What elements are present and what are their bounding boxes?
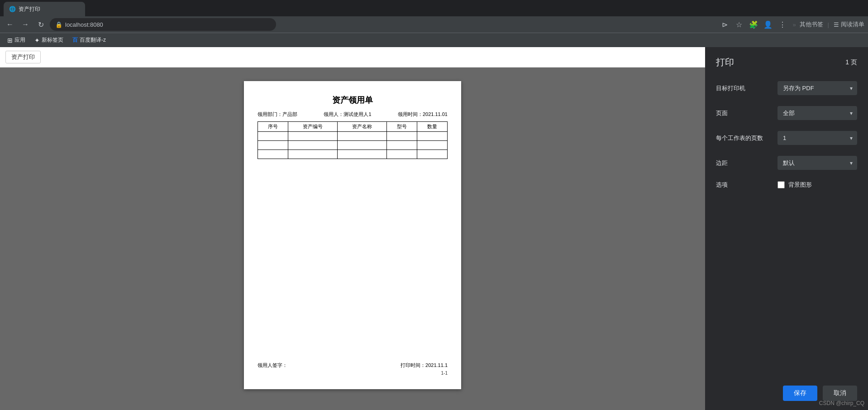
lock-icon: 🔒 <box>55 21 62 28</box>
print-settings-header: 打印 1 页 <box>716 56 857 68</box>
toolbar-divider: | <box>828 21 829 28</box>
bookmark-baidu-label: 百度翻译-z <box>80 36 106 44</box>
table-header-seq: 序号 <box>258 122 288 132</box>
table-header-model: 型号 <box>387 122 417 132</box>
page-count-label: 1 页 <box>845 58 857 67</box>
reload-button[interactable]: ↻ <box>34 18 47 31</box>
sheets-row: 每个工作表的页数 1 2 4 6 9 16 <box>716 131 857 145</box>
background-checkbox[interactable] <box>777 181 785 188</box>
webpage-header: 资产打印 <box>0 47 705 68</box>
options-label: 选项 <box>716 181 770 189</box>
print-settings-panel: 打印 1 页 目标打印机 另存为 PDF 页面 全部 奇数页 <box>705 47 868 410</box>
pages-select-wrapper: 全部 奇数页 偶数页 自定义 <box>777 106 857 120</box>
table-row <box>258 150 448 159</box>
table-header-asset-no: 资产编号 <box>288 122 337 132</box>
footer-print-time: 打印时间：2021.11.1 <box>401 362 448 369</box>
other-bookmarks-label[interactable]: 其他书签 <box>800 20 823 29</box>
bookmark-apps-label: 应用 <box>14 36 25 44</box>
document-paper: 资产领用单 领用部门：产品部 领用人：测试使用人1 领用时间：2021.11.0… <box>244 81 461 389</box>
bookmark-new-tab[interactable]: ✦ 新标签页 <box>31 35 67 45</box>
asset-print-button[interactable]: 资产打印 <box>5 51 41 63</box>
reading-list-label[interactable]: ☰ 阅读清单 <box>834 20 864 29</box>
main-content: 资产打印 资产领用单 领用部门：产品部 领用人：测试使用人1 领用时间：2021… <box>0 47 868 410</box>
cancel-button[interactable]: 取消 <box>823 386 857 401</box>
margins-select-wrapper: 默认 无 最小 自定义 <box>777 156 857 170</box>
doc-time: 领用时间：2021.11.01 <box>398 111 448 118</box>
options-control: 背景图形 <box>777 181 857 189</box>
tab-icon: 🌐 <box>9 6 16 12</box>
sheets-control: 1 2 4 6 9 16 <box>777 131 857 145</box>
doc-user: 领用人：测试使用人1 <box>324 111 371 118</box>
document-meta: 领用部门：产品部 领用人：测试使用人1 领用时间：2021.11.01 <box>258 111 448 118</box>
address-bar[interactable]: 🔒 localhost:8080 <box>50 18 276 31</box>
margins-select[interactable]: 默认 无 最小 自定义 <box>777 156 857 170</box>
printer-row: 目标打印机 另存为 PDF <box>716 81 857 95</box>
margins-label: 边距 <box>716 159 770 167</box>
baidu-icon: 百 <box>72 36 78 44</box>
webpage-area: 资产打印 资产领用单 领用部门：产品部 领用人：测试使用人1 领用时间：2021… <box>0 47 705 410</box>
tab-bar: 🌐 资产打印 <box>0 0 868 16</box>
printer-select[interactable]: 另存为 PDF <box>777 81 857 95</box>
margins-row: 边距 默认 无 最小 自定义 <box>716 156 857 170</box>
bookmark-apps[interactable]: ⊞ 应用 <box>4 35 29 45</box>
forward-button[interactable]: → <box>19 18 32 31</box>
bookmark-star-button[interactable]: ☆ <box>733 18 745 31</box>
settings-buttons: 保存 取消 <box>716 386 857 401</box>
document-table: 序号 资产编号 资产名称 型号 数量 <box>258 121 448 159</box>
browser-chrome: ← → ↻ 🔒 localhost:8080 ⊳ ☆ 🧩 👤 ⋮ » 其他书签 … <box>0 16 868 33</box>
print-panel-title: 打印 <box>716 56 734 68</box>
url-text: localhost:8080 <box>65 21 103 28</box>
csdn-watermark: CSDN @chirp_CQ <box>819 400 864 406</box>
pages-label: 页面 <box>716 109 770 117</box>
pages-select[interactable]: 全部 奇数页 偶数页 自定义 <box>777 106 857 120</box>
active-tab[interactable]: 🌐 资产打印 <box>4 2 85 16</box>
sheets-select-wrapper: 1 2 4 6 9 16 <box>777 131 857 145</box>
printer-select-wrapper: 另存为 PDF <box>777 81 857 95</box>
document-footer: 领用人签字： 打印时间：2021.11.1 1-1 <box>258 362 448 376</box>
footer-sign: 领用人签字： <box>258 362 287 369</box>
document-title: 资产领用单 <box>258 95 448 106</box>
table-header-asset-name: 资产名称 <box>338 122 387 132</box>
table-row <box>258 141 448 150</box>
page-number: 1-1 <box>258 371 448 376</box>
tab-label: 资产打印 <box>19 5 40 13</box>
background-checkbox-label: 背景图形 <box>788 181 812 189</box>
margins-control: 默认 无 最小 自定义 <box>777 156 857 170</box>
sheets-select[interactable]: 1 2 4 6 9 16 <box>777 131 857 145</box>
background-checkbox-row: 背景图形 <box>777 181 857 189</box>
printer-control: 另存为 PDF <box>777 81 857 95</box>
table-header-qty: 数量 <box>417 122 448 132</box>
doc-dept: 领用部门：产品部 <box>258 111 297 118</box>
extension-button[interactable]: 🧩 <box>747 18 760 31</box>
apps-icon: ⊞ <box>7 37 13 44</box>
table-row <box>258 132 448 141</box>
print-preview-area: 资产领用单 领用部门：产品部 领用人：测试使用人1 领用时间：2021.11.0… <box>0 68 705 410</box>
back-button[interactable]: ← <box>4 18 16 31</box>
profile-button[interactable]: 👤 <box>762 18 774 31</box>
bookmark-new-tab-label: 新标签页 <box>42 36 63 44</box>
printer-label: 目标打印机 <box>716 84 770 92</box>
new-tab-icon: ✦ <box>34 37 40 44</box>
options-row: 选项 背景图形 <box>716 181 857 189</box>
browser-toolbar-right: ⊳ ☆ 🧩 👤 ⋮ » 其他书签 | ☰ 阅读清单 <box>718 18 864 31</box>
bookmark-baidu-translate[interactable]: 百 百度翻译-z <box>69 35 110 45</box>
cast-button[interactable]: ⊳ <box>718 18 731 31</box>
menu-button[interactable]: ⋮ <box>776 18 789 31</box>
bookmarks-bar: ⊞ 应用 ✦ 新标签页 百 百度翻译-z <box>0 33 868 47</box>
sheets-label: 每个工作表的页数 <box>716 134 770 142</box>
bookmark-separator: » <box>792 21 796 28</box>
save-button[interactable]: 保存 <box>783 386 817 401</box>
pages-control: 全部 奇数页 偶数页 自定义 <box>777 106 857 120</box>
pages-row: 页面 全部 奇数页 偶数页 自定义 <box>716 106 857 120</box>
